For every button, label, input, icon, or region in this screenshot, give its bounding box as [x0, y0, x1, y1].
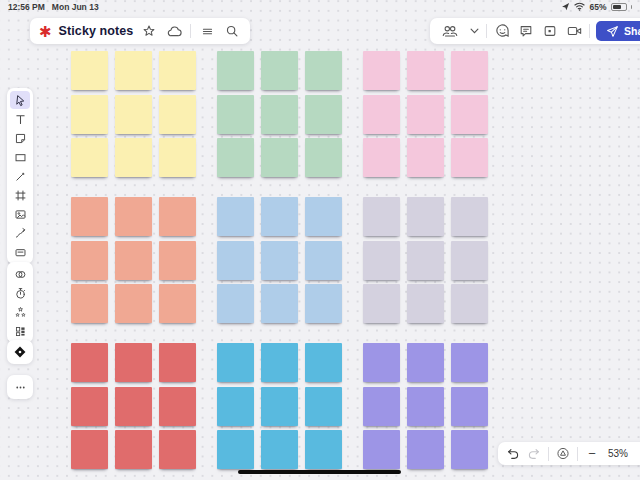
sticky-note-blue-3[interactable] — [305, 197, 342, 236]
comment-icon[interactable] — [517, 22, 535, 40]
sticky-note-salmon-6[interactable] — [159, 241, 196, 280]
zoom-out-button[interactable]: − — [585, 445, 599, 463]
reactions-icon[interactable] — [493, 22, 511, 40]
canvas[interactable] — [0, 0, 640, 480]
sticky-note-purple-5[interactable] — [407, 387, 444, 426]
sticky-note-pink-4[interactable] — [363, 95, 400, 134]
sticky-note-pink-2[interactable] — [407, 51, 444, 90]
sticky-note-red-1[interactable] — [71, 343, 108, 382]
sticky-note-green-4[interactable] — [217, 95, 254, 134]
sticky-note-pink-1[interactable] — [363, 51, 400, 90]
sticky-note-purple-6[interactable] — [451, 387, 488, 426]
chevron-down-icon[interactable] — [468, 22, 480, 40]
templates-button[interactable] — [10, 322, 30, 340]
fit-to-screen-button[interactable] — [556, 445, 570, 463]
sticky-note-salmon-9[interactable] — [159, 284, 196, 323]
pen-tool-button[interactable] — [10, 167, 30, 185]
sticky-note-cyan-7[interactable] — [217, 430, 254, 469]
sticky-note-cyan-3[interactable] — [305, 343, 342, 382]
board-title[interactable]: Sticky notes — [59, 24, 134, 38]
select-tool-button[interactable] — [10, 91, 30, 109]
sticky-note-green-6[interactable] — [305, 95, 342, 134]
sticky-note-lavender-4[interactable] — [363, 241, 400, 280]
sticky-note-cyan-9[interactable] — [305, 430, 342, 469]
connector-tool-button[interactable] — [10, 224, 30, 242]
sticky-note-salmon-5[interactable] — [115, 241, 152, 280]
sticky-note-yellow-8[interactable] — [115, 138, 152, 177]
text-tool-button[interactable] — [10, 110, 30, 128]
sticky-note-red-6[interactable] — [159, 387, 196, 426]
voting-button[interactable] — [10, 303, 30, 321]
star-icon[interactable] — [140, 22, 158, 40]
sticky-note-cyan-5[interactable] — [261, 387, 298, 426]
sticky-note-yellow-3[interactable] — [159, 51, 196, 90]
sticky-note-lavender-6[interactable] — [451, 241, 488, 280]
frame-tool-button[interactable] — [10, 186, 30, 204]
sticky-note-purple-3[interactable] — [451, 343, 488, 382]
sticky-note-cyan-2[interactable] — [261, 343, 298, 382]
sticky-note-green-1[interactable] — [217, 51, 254, 90]
apps-venn-button[interactable] — [10, 265, 30, 283]
sticky-note-pink-7[interactable] — [363, 138, 400, 177]
card-tool-button[interactable] — [10, 243, 30, 261]
sticky-note-lavender-7[interactable] — [363, 284, 400, 323]
sticky-note-pink-9[interactable] — [451, 138, 488, 177]
sticky-note-salmon-4[interactable] — [71, 241, 108, 280]
sticky-note-salmon-2[interactable] — [115, 197, 152, 236]
menu-icon[interactable] — [198, 22, 216, 40]
sticky-note-yellow-5[interactable] — [115, 95, 152, 134]
sticky-note-purple-4[interactable] — [363, 387, 400, 426]
collaborators-icon[interactable] — [438, 22, 462, 40]
sticky-note-blue-8[interactable] — [261, 284, 298, 323]
sticky-note-red-7[interactable] — [71, 430, 108, 469]
sticky-note-purple-1[interactable] — [363, 343, 400, 382]
zoom-level[interactable]: 53% — [606, 448, 630, 459]
video-chat-icon[interactable] — [565, 22, 583, 40]
sticky-note-blue-9[interactable] — [305, 284, 342, 323]
sticky-note-green-2[interactable] — [261, 51, 298, 90]
sticky-note-cyan-8[interactable] — [261, 430, 298, 469]
sticky-note-blue-4[interactable] — [217, 241, 254, 280]
sticky-note-blue-6[interactable] — [305, 241, 342, 280]
cloud-sync-icon[interactable] — [165, 22, 183, 40]
sticky-note-yellow-1[interactable] — [71, 51, 108, 90]
sticky-note-cyan-6[interactable] — [305, 387, 342, 426]
sticky-note-blue-1[interactable] — [217, 197, 254, 236]
sticky-note-salmon-8[interactable] — [115, 284, 152, 323]
home-indicator[interactable] — [238, 470, 401, 474]
sticky-note-pink-3[interactable] — [451, 51, 488, 90]
sticky-note-red-2[interactable] — [115, 343, 152, 382]
more-tools-button[interactable] — [10, 378, 30, 396]
undo-button[interactable] — [506, 445, 520, 463]
sticky-note-lavender-9[interactable] — [451, 284, 488, 323]
sticky-note-purple-9[interactable] — [451, 430, 488, 469]
sticky-note-yellow-2[interactable] — [115, 51, 152, 90]
sticky-note-pink-5[interactable] — [407, 95, 444, 134]
sticky-note-blue-2[interactable] — [261, 197, 298, 236]
sticky-note-red-9[interactable] — [159, 430, 196, 469]
sticky-note-lavender-2[interactable] — [407, 197, 444, 236]
sticky-note-red-8[interactable] — [115, 430, 152, 469]
sticky-note-salmon-1[interactable] — [71, 197, 108, 236]
sticky-note-green-8[interactable] — [261, 138, 298, 177]
sticky-note-red-4[interactable] — [71, 387, 108, 426]
sticky-note-purple-2[interactable] — [407, 343, 444, 382]
image-tool-button[interactable] — [10, 205, 30, 223]
sticky-note-green-5[interactable] — [261, 95, 298, 134]
sticky-note-lavender-1[interactable] — [363, 197, 400, 236]
share-button[interactable]: Share — [596, 21, 640, 41]
redo-button[interactable] — [527, 445, 541, 463]
sticky-note-yellow-9[interactable] — [159, 138, 196, 177]
sticky-note-pink-8[interactable] — [407, 138, 444, 177]
sticky-note-green-9[interactable] — [305, 138, 342, 177]
sticky-note-salmon-7[interactable] — [71, 284, 108, 323]
sticky-note-lavender-3[interactable] — [451, 197, 488, 236]
timer-button[interactable] — [10, 284, 30, 302]
sticky-note-yellow-6[interactable] — [159, 95, 196, 134]
widgets-diamond-button[interactable] — [10, 343, 30, 361]
sticky-note-tool-button[interactable] — [10, 129, 30, 147]
sticky-note-pink-6[interactable] — [451, 95, 488, 134]
sticky-note-blue-7[interactable] — [217, 284, 254, 323]
sticky-note-red-3[interactable] — [159, 343, 196, 382]
sticky-note-lavender-8[interactable] — [407, 284, 444, 323]
